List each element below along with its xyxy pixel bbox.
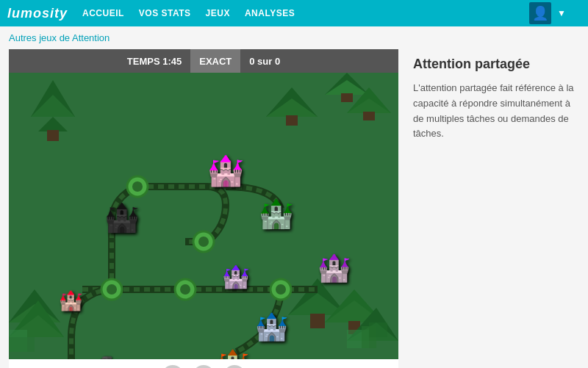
avatar[interactable]: 👤 [529,2,551,24]
nav-stats[interactable]: VOS STATS [139,8,191,18]
info-description: L'attention partagée fait référence à la… [413,81,579,142]
svg-point-36 [107,284,117,295]
avatar-icon: 👤 [532,5,548,21]
svg-rect-25 [286,115,298,126]
svg-point-40 [276,284,286,295]
character-yellow: 🏰 [216,348,249,359]
character-blue: 🏰 [255,311,288,342]
breadcrumb[interactable]: Autres jeux de Attention [0,26,588,49]
nav-accueil[interactable]: ACCUEIL [82,8,124,18]
svg-point-32 [132,181,143,192]
hud-exact: EXACT [190,49,240,73]
svg-marker-5 [325,80,369,95]
info-title: Attention partagée [413,57,579,72]
logo[interactable]: lumosity [7,6,68,21]
svg-rect-3 [47,130,59,141]
tracks-svg [9,73,398,359]
nav: ACCUEIL VOS STATS JEUX ANALYSES [82,8,295,18]
header: lumosity ACCUEIL VOS STATS JEUX ANALYSES… [0,0,588,26]
game-container: TEMPS 1:45 EXACT 0 sur 0 [9,49,398,368]
character-red: 🏰 [59,289,82,312]
main: TEMPS 1:45 EXACT 0 sur 0 [0,49,588,368]
svg-rect-28 [369,322,387,337]
svg-point-38 [180,284,190,295]
game-canvas[interactable]: 🏰 🏰 🏰 🏰 🏰 🏰 🏰 [9,73,398,359]
svg-marker-24 [266,98,318,117]
svg-point-34 [198,237,209,247]
svg-marker-2 [38,117,68,131]
chevron-down-icon[interactable]: ▼ [557,8,566,18]
svg-rect-30 [9,337,35,352]
hud-score: 0 sur 0 [240,49,289,73]
sound-button[interactable]: ♪ [223,365,245,368]
character-train: 🚂 [97,356,121,359]
svg-rect-9 [363,112,375,120]
character-mauve: 🏰 [318,253,351,284]
character-pink: 🏰 [207,154,244,188]
character-green: 🏰 [259,198,293,230]
game-hud: TEMPS 1:45 EXACT 0 sur 0 [9,49,398,73]
svg-rect-12 [310,314,325,328]
character-black: 🏰 [104,201,139,234]
next-button[interactable]: ▶ [193,365,215,368]
hud-time: TEMPS 1:45 [118,49,190,73]
game-controls: ◀ ▶ ♪ [9,359,398,368]
nav-analyses[interactable]: ANALYSES [245,8,295,18]
svg-rect-6 [341,93,353,102]
character-purple: 🏰 [222,264,249,289]
prev-button[interactable]: ◀ [162,365,184,368]
header-right: 👤 ▼ [529,0,566,26]
nav-jeux[interactable]: JEUX [206,8,230,18]
info-panel: Attention partagée L'attention partagée … [413,49,579,368]
